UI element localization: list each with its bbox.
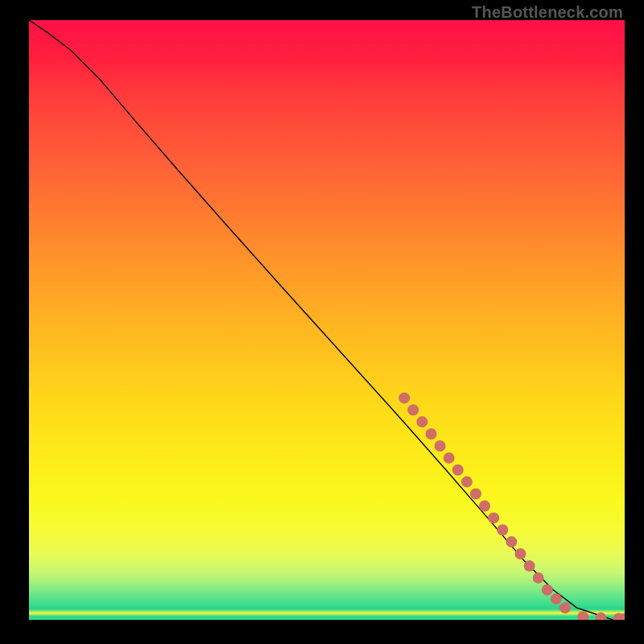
data-point [407, 404, 419, 415]
data-point [470, 489, 481, 500]
data-point [426, 428, 437, 440]
watermark-text: TheBottleneck.com [472, 3, 623, 22]
data-point [398, 392, 410, 403]
data-point [479, 501, 490, 512]
data-point [435, 440, 446, 452]
data-point [542, 584, 553, 596]
chart-stage: TheBottleneck.com [0, 0, 644, 644]
data-point [551, 593, 562, 605]
data-point [506, 536, 517, 547]
data-point [452, 464, 464, 476]
data-point [595, 613, 606, 620]
chart-overlay [29, 20, 625, 620]
data-point [444, 452, 455, 464]
data-points [398, 392, 625, 620]
data-point [515, 548, 526, 559]
data-point [488, 512, 499, 523]
data-point [416, 416, 427, 427]
data-point [533, 572, 544, 584]
curve-line [29, 20, 625, 620]
data-point [559, 602, 571, 613]
data-point [577, 611, 588, 620]
plot-area [29, 20, 625, 620]
data-point [524, 560, 535, 572]
data-point [497, 524, 508, 535]
data-point [461, 477, 473, 488]
